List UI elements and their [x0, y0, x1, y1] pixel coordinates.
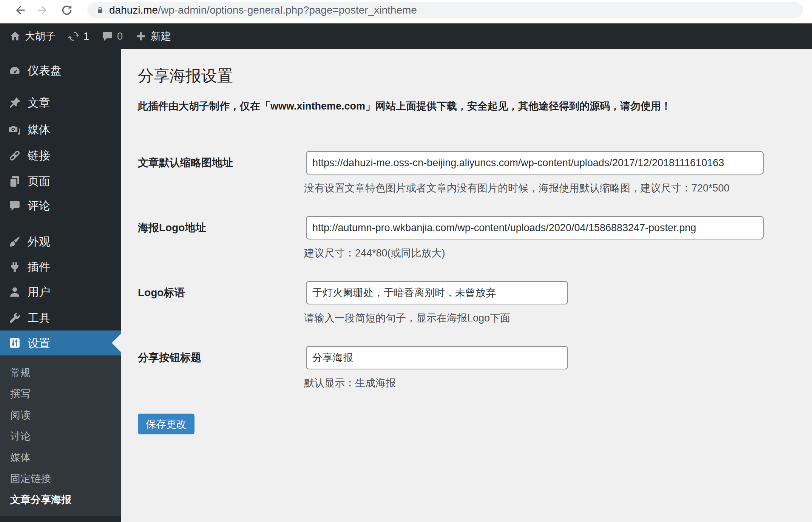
logo-slogan-input[interactable]: [306, 281, 568, 304]
sidebar-item-plugins[interactable]: 插件: [0, 254, 121, 280]
comment-bubble-icon: [101, 30, 113, 42]
admin-bar-updates[interactable]: 1: [62, 23, 95, 49]
page-title: 分享海报设置: [138, 65, 233, 86]
sidebar-item-media[interactable]: 媒体: [0, 117, 121, 142]
new-label: 新建: [151, 29, 171, 43]
wp-admin-bar: 大胡子 1 0 新建: [0, 23, 812, 49]
sidebar-item-label: 插件: [28, 254, 50, 280]
thumbnail-url-label: 文章默认缩略图地址: [138, 151, 233, 175]
logo-slogan-label: Logo标语: [138, 281, 185, 304]
settings-page: 分享海报设置 此插件由大胡子制作，仅在「www.xintheme.com」网站上…: [121, 49, 812, 522]
screen: dahuzi.me/wp-admin/options-general.php?p…: [0, 0, 812, 522]
sidebar-item-label: 文章: [28, 90, 50, 116]
sidebar-item-label: 设置: [28, 330, 50, 356]
sidebar-item-appearance[interactable]: 外观: [0, 229, 121, 255]
links-icon: [8, 149, 21, 162]
comments-icon: [8, 199, 21, 212]
plus-icon: [135, 30, 147, 42]
admin-sidebar: 仪表盘 文章 媒体: [0, 49, 121, 522]
comment-count: 0: [117, 31, 123, 42]
back-arrow-icon: [14, 4, 27, 17]
dashboard-icon: [8, 64, 21, 77]
logo-url-input[interactable]: [306, 216, 764, 239]
browser-reload-button[interactable]: [59, 3, 74, 18]
sidebar-item-posts[interactable]: 文章: [0, 90, 121, 116]
admin-bar-new-content[interactable]: 新建: [129, 23, 177, 49]
update-icon: [68, 30, 80, 42]
logo-slogan-help: 请输入一段简短的句子，显示在海报Logo下面: [304, 310, 510, 326]
url-text: dahuzi.me/wp-admin/options-general.php?p…: [109, 4, 417, 16]
sidebar-item-settings[interactable]: 设置: [0, 330, 121, 355]
browser-toolbar: dahuzi.me/wp-admin/options-general.php?p…: [0, 0, 812, 23]
site-name: 大胡子: [25, 29, 56, 43]
update-count: 1: [83, 31, 89, 42]
logo-url-label: 海报Logo地址: [138, 216, 206, 239]
submenu-item-discussion[interactable]: 讨论: [0, 426, 121, 447]
form-row-thumbnail-url: 文章默认缩略图地址 没有设置文章特色图片或者文章内没有图片的时候，海报使用默认缩…: [138, 151, 810, 215]
sidebar-item-label: 评论: [28, 193, 50, 219]
forward-arrow-icon: [36, 4, 49, 17]
browser-back-button[interactable]: [13, 3, 28, 18]
tools-icon: [8, 312, 21, 324]
submenu-item-permalinks[interactable]: 固定链接: [0, 468, 121, 489]
settings-icon: [8, 337, 21, 349]
share-button-title-input[interactable]: [306, 346, 568, 369]
settings-submenu: 常规 撰写 阅读 讨论 媒体 固定链接 文章分享海报: [0, 355, 121, 516]
lock-icon: [96, 5, 105, 15]
admin-bar-comments[interactable]: 0: [95, 23, 129, 49]
pages-icon: [8, 175, 21, 188]
sidebar-item-pages[interactable]: 页面: [0, 168, 121, 194]
submenu-item-writing[interactable]: 撰写: [0, 383, 121, 405]
sidebar-item-label: 仪表盘: [28, 58, 62, 83]
submenu-item-reading[interactable]: 阅读: [0, 405, 121, 426]
users-icon: [8, 286, 21, 298]
sidebar-item-label: 媒体: [28, 117, 50, 142]
reload-icon: [60, 4, 73, 17]
sidebar-item-links[interactable]: 链接: [0, 143, 121, 168]
share-button-title-help: 默认显示：生成海报: [304, 375, 396, 391]
address-bar[interactable]: dahuzi.me/wp-admin/options-general.php?p…: [87, 2, 803, 19]
sidebar-item-label: 页面: [28, 168, 50, 194]
save-changes-button[interactable]: 保存更改: [138, 414, 195, 434]
posts-icon: [8, 96, 21, 109]
form-row-share-button-title: 分享按钮标题 默认显示：生成海报: [138, 346, 810, 410]
sidebar-item-comments[interactable]: 评论: [0, 193, 121, 219]
browser-forward-button[interactable]: [35, 3, 50, 18]
submenu-item-general[interactable]: 常规: [0, 362, 121, 383]
media-icon: [8, 123, 21, 136]
url-host: dahuzi.me: [109, 4, 158, 16]
logo-url-help: 建议尺寸：244*80(或同比放大): [304, 245, 445, 261]
sidebar-item-label: 链接: [28, 143, 50, 168]
admin-bar-site-menu[interactable]: 大胡子: [0, 23, 62, 49]
active-menu-notch: [112, 334, 121, 352]
share-button-title-label: 分享按钮标题: [138, 346, 201, 369]
submenu-item-media[interactable]: 媒体: [0, 447, 121, 468]
form-row-logo-url: 海报Logo地址 建议尺寸：244*80(或同比放大): [138, 216, 810, 280]
thumbnail-url-input[interactable]: [306, 151, 764, 175]
sidebar-item-label: 工具: [28, 305, 50, 331]
sidebar-item-tools[interactable]: 工具: [0, 305, 121, 331]
appearance-icon: [8, 235, 21, 248]
submenu-item-share-poster[interactable]: 文章分享海报: [0, 489, 121, 510]
home-icon: [9, 30, 21, 42]
thumbnail-url-help: 没有设置文章特色图片或者文章内没有图片的时候，海报使用默认缩略图，建议尺寸：72…: [304, 180, 730, 196]
form-row-logo-slogan: Logo标语 请输入一段简短的句子，显示在海报Logo下面: [138, 281, 810, 345]
sidebar-item-users[interactable]: 用户: [0, 279, 121, 305]
sidebar-item-dashboard[interactable]: 仪表盘: [0, 58, 121, 83]
plugins-icon: [8, 261, 21, 273]
plugin-notice: 此插件由大胡子制作，仅在「www.xintheme.com」网站上面提供下载，安…: [138, 99, 671, 113]
url-path: /wp-admin/options-general.php?page=poste…: [158, 4, 417, 16]
sidebar-item-label: 用户: [28, 279, 50, 305]
sidebar-item-label: 外观: [28, 229, 50, 255]
